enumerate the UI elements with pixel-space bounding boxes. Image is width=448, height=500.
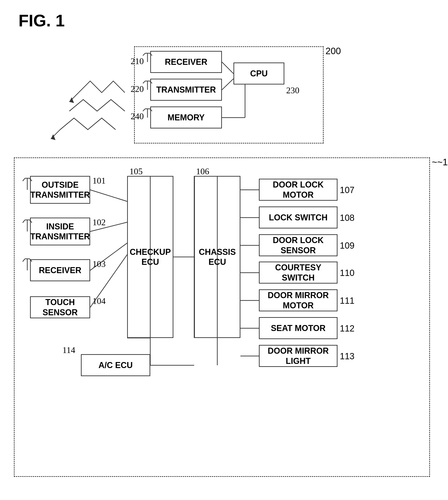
seat-motor-box: SEAT MOTOR (259, 317, 337, 339)
main-receiver-text: RECEIVER (39, 265, 81, 275)
label-100: ~~100 (432, 157, 448, 167)
courtesy-switch-text: COURTESYSWITCH (275, 262, 321, 282)
label-112: 112 (340, 324, 354, 334)
door-lock-motor-text: DOOR LOCKMOTOR (273, 180, 324, 200)
svg-marker-3 (51, 134, 55, 140)
label-220: 220 (131, 84, 144, 94)
touch-sensor-text: TOUCH SENSOR (31, 297, 89, 317)
lock-switch-text: LOCK SWITCH (269, 212, 328, 223)
label-108: 108 (340, 213, 354, 223)
remote-receiver-box: RECEIVER (150, 51, 222, 73)
label-230: 230 (286, 85, 299, 95)
checkup-ecu-box: CHECKUPECU (127, 176, 173, 338)
svg-marker-1 (69, 97, 74, 103)
label-103: 103 (93, 259, 106, 269)
label-114: 114 (63, 345, 75, 355)
svg-line-2 (51, 130, 60, 139)
remote-cpu-text: CPU (250, 69, 268, 78)
label-210: 210 (131, 56, 144, 66)
label-240: 240 (131, 111, 144, 121)
door-mirror-light-box: DOOR MIRRORLIGHT (259, 345, 337, 367)
remote-receiver-text: RECEIVER (165, 57, 207, 67)
touch-sensor-box: TOUCH SENSOR (30, 296, 90, 318)
door-mirror-motor-text: DOOR MIRRORMOTOR (268, 290, 329, 310)
remote-transmitter-text: TRANSMITTER (156, 85, 216, 95)
door-mirror-motor-box: DOOR MIRRORMOTOR (259, 289, 337, 311)
checkup-ecu-text: CHECKUPECU (130, 247, 171, 267)
door-lock-sensor-text: DOOR LOCKSENSOR (273, 235, 324, 255)
outside-transmitter-box: OUTSIDETRANSMITTER (30, 176, 90, 204)
label-105: 105 (129, 166, 143, 176)
label-101: 101 (93, 175, 106, 186)
label-102: 102 (93, 217, 106, 227)
label-109: 109 (340, 241, 354, 251)
remote-transmitter-box: TRANSMITTER (150, 79, 222, 101)
inside-transmitter-text: INSIDETRANSMITTER (30, 222, 90, 241)
inside-transmitter-box: INSIDETRANSMITTER (30, 218, 90, 245)
label-107: 107 (340, 185, 354, 195)
remote-memory-box: MEMORY (150, 106, 222, 128)
remote-memory-text: MEMORY (168, 113, 205, 122)
door-mirror-light-text: DOOR MIRRORLIGHT (268, 346, 329, 366)
door-lock-sensor-box: DOOR LOCKSENSOR (259, 234, 337, 256)
chassis-ecu-text: CHASSISECU (199, 247, 236, 267)
remote-cpu-box: CPU (234, 63, 284, 85)
main-receiver-box: RECEIVER (30, 259, 90, 281)
lock-switch-box: LOCK SWITCH (259, 207, 337, 228)
courtesy-switch-box: COURTESYSWITCH (259, 261, 337, 284)
label-104: 104 (93, 296, 106, 306)
label-111: 111 (340, 296, 354, 306)
chassis-ecu-box: CHASSISECU (194, 176, 240, 338)
ac-ecu-box: A/C ECU (81, 354, 150, 376)
door-lock-motor-box: DOOR LOCKMOTOR (259, 179, 337, 201)
seat-motor-text: SEAT MOTOR (271, 323, 326, 333)
outside-transmitter-text: OUTSIDETRANSMITTER (30, 180, 90, 200)
figure-title: FIG. 1 (18, 11, 65, 30)
label-106: 106 (196, 166, 209, 176)
label-110: 110 (340, 268, 354, 278)
ac-ecu-text: A/C ECU (98, 360, 133, 370)
svg-line-0 (69, 93, 79, 102)
label-200: 200 (325, 46, 341, 56)
label-113: 113 (340, 351, 354, 361)
